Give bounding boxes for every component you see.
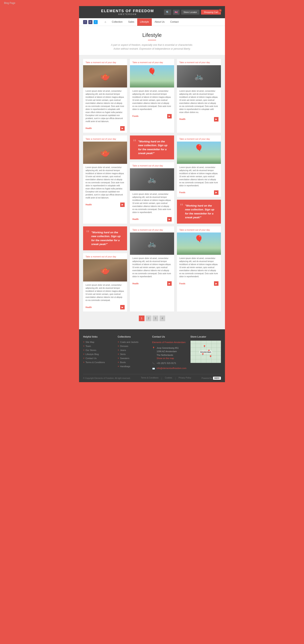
- nav-bar: f in t ⌂ Collection Sales Lifestyle Abou…: [79, 18, 225, 26]
- footer-link-contact[interactable]: Contact Us: [83, 357, 114, 360]
- footer-link-stores[interactable]: Our Stores: [83, 349, 114, 352]
- card-1-tag: Health: [86, 127, 92, 130]
- card-8-image: [130, 232, 174, 255]
- quote-mark-2: ": [180, 202, 183, 210]
- pagination: 1 2 3 4: [83, 312, 221, 325]
- card-1-body: Lorem ipsum dolor sit amet, consectetur …: [83, 88, 127, 125]
- footer-link-dresses[interactable]: Dresses: [118, 345, 148, 348]
- address-line1: Joop Geesinkweg 851: [157, 346, 179, 350]
- collections-title: Collections: [118, 335, 148, 338]
- cart-badge: 0: [218, 9, 222, 12]
- flag-button[interactable]: 🇬🇧: [173, 10, 180, 15]
- footer-link-team[interactable]: Team: [83, 345, 114, 348]
- footer-link-boots[interactable]: Boots: [118, 361, 148, 364]
- quote-mark-1: ": [133, 138, 136, 146]
- contact-email[interactable]: info@elementsoffreedom.com: [157, 367, 186, 370]
- footer-link-terms[interactable]: Terms & Conditions: [83, 361, 114, 364]
- card-4-image: [83, 142, 127, 164]
- card-1-arrow[interactable]: ▶: [120, 126, 125, 130]
- page-title: Lifestyle: [83, 32, 221, 38]
- nav-links: ⌂ Collection Sales Lifestyle About Us Co…: [102, 18, 221, 26]
- card-7-arrow[interactable]: ▶: [120, 305, 125, 310]
- footer-bottom-links: Terms & Conditions | Cookies | Privacy P…: [141, 377, 191, 380]
- powered-by: Powered by INDIV: [202, 377, 221, 380]
- nav-item-sales[interactable]: Sales: [125, 18, 137, 26]
- page-header: Lifestyle A part or aspect of freedom, e…: [79, 26, 225, 55]
- nav-item-collection[interactable]: Collection: [109, 18, 125, 26]
- card-3-arrow[interactable]: ▶: [214, 117, 218, 122]
- page-btn-2[interactable]: 2: [146, 316, 151, 321]
- twitter-icon[interactable]: t: [94, 20, 98, 24]
- card-4-arrow[interactable]: ▶: [120, 202, 125, 207]
- map-pin-3: 📍: [201, 353, 204, 356]
- facebook-icon[interactable]: f: [83, 20, 87, 24]
- card-5-arrow[interactable]: ▶: [167, 217, 172, 222]
- page-btn-4[interactable]: 4: [159, 316, 165, 321]
- page-btn-3[interactable]: 3: [153, 316, 158, 321]
- card-2-tag: Foods: [132, 115, 138, 117]
- card-9-footer: Foods ▶: [177, 280, 221, 288]
- amsterdam-label: Amsterdam: [200, 351, 212, 354]
- footer-link-sweaters[interactable]: Sweaters: [118, 357, 148, 360]
- quote-text-1: "Working hard on the new collection. Sig…: [138, 140, 171, 155]
- card-9-arrow[interactable]: ▶: [214, 281, 218, 286]
- card-7-body: Lorem ipsum dolor sit amet, consectetur …: [83, 282, 127, 304]
- card-4-tag: Health: [86, 204, 92, 206]
- card-9-image: [177, 232, 221, 255]
- mid-col-row2: " "Working hard on the new collection. S…: [130, 136, 174, 224]
- footer-link-sitemap[interactable]: Site Map: [83, 341, 114, 344]
- card-5-footer: Health ▶: [130, 216, 174, 224]
- footer-link-handbags[interactable]: Handbags: [118, 365, 148, 368]
- card-6-arrow[interactable]: ▶: [214, 190, 218, 195]
- blog-card-5: Take a moment out of your day Lorem ipsu…: [130, 162, 174, 224]
- card-4-title: Take a moment out of your day: [83, 136, 127, 142]
- page-btn-1[interactable]: 1: [139, 316, 145, 321]
- balloon-image: [130, 65, 174, 88]
- contact-title: Contact Us: [152, 335, 186, 338]
- contact-phone-item: 📞 +31 (0)71 515 0171: [152, 362, 186, 365]
- teapot-image: [83, 65, 127, 88]
- address-line3: The Netherlands: [157, 354, 179, 357]
- nav-item-contact[interactable]: Contact: [167, 18, 181, 26]
- nav-item-lifestyle[interactable]: Lifestyle: [137, 18, 152, 26]
- address-line2: 1096 AZ Amsterdam: [157, 350, 179, 354]
- card-2-image: [130, 65, 174, 88]
- map-pin-4: 📍: [209, 355, 212, 358]
- card-8-footer: Health ▶: [130, 280, 174, 288]
- right-col-row2: Take a moment out of your day Lorem ipsu…: [177, 136, 221, 224]
- cookies-link[interactable]: Cookies: [165, 377, 172, 380]
- card-1-footer: Health ▶: [83, 125, 127, 133]
- footer-link-coats[interactable]: Coats and Jackets: [118, 341, 148, 344]
- blog-card-9: Take a moment out of your day Lorem ipsu…: [177, 226, 221, 312]
- footer-link-skirts[interactable]: Skirts: [118, 353, 148, 356]
- card-8-arrow[interactable]: ▶: [167, 281, 172, 286]
- card-5-body: Lorem ipsum dolor sit amet, consectetur …: [130, 190, 174, 216]
- card-7-tag: Health: [86, 306, 92, 308]
- card-5-title: Take a moment out of your day: [130, 162, 174, 168]
- nav-home[interactable]: ⌂: [102, 18, 109, 26]
- card-3-title: Take a moment out of your day: [177, 59, 221, 65]
- map-pins: 📍 📍 📍 📍 Amsterdam: [190, 341, 221, 363]
- terms-link[interactable]: Terms & Conditions: [141, 377, 158, 380]
- map-link[interactable]: Show on the map: [157, 357, 179, 360]
- footer-link-jeans[interactable]: Jeans: [118, 349, 148, 352]
- map-pin-1: 📍: [203, 345, 206, 348]
- blog-card-6: Take a moment out of your day Lorem ipsu…: [177, 136, 221, 197]
- card-2-arrow[interactable]: ▶: [167, 114, 172, 118]
- quote-card-2: " "Working hard on the new collection. S…: [177, 200, 221, 224]
- bicycle-image: [177, 65, 221, 88]
- footer-link-blog[interactable]: Lifestyle Blog: [83, 353, 114, 356]
- shopping-cart-button[interactable]: Shopping Cart 0: [201, 10, 221, 14]
- bicycle-image-2: [130, 168, 174, 190]
- card-3-image: [177, 65, 221, 88]
- linkedin-icon[interactable]: in: [88, 20, 92, 24]
- store-locator-button[interactable]: Store Locator: [181, 10, 199, 14]
- card-4-body: Lorem ipsum dolor sit amet, consectetur …: [83, 164, 127, 201]
- privacy-link[interactable]: Privacy Policy: [179, 377, 191, 380]
- blog-grid-row2: Take a moment out of your day Lorem ipsu…: [83, 136, 221, 224]
- card-2-title: Take a moment out of your day: [130, 59, 174, 65]
- left-col-row3: " "Working hard on the new collection. S…: [83, 226, 127, 312]
- search-button[interactable]: 🔍: [164, 10, 171, 15]
- nav-item-about[interactable]: About Us: [152, 18, 167, 26]
- card-6-title: Take a moment out of your day: [177, 136, 221, 142]
